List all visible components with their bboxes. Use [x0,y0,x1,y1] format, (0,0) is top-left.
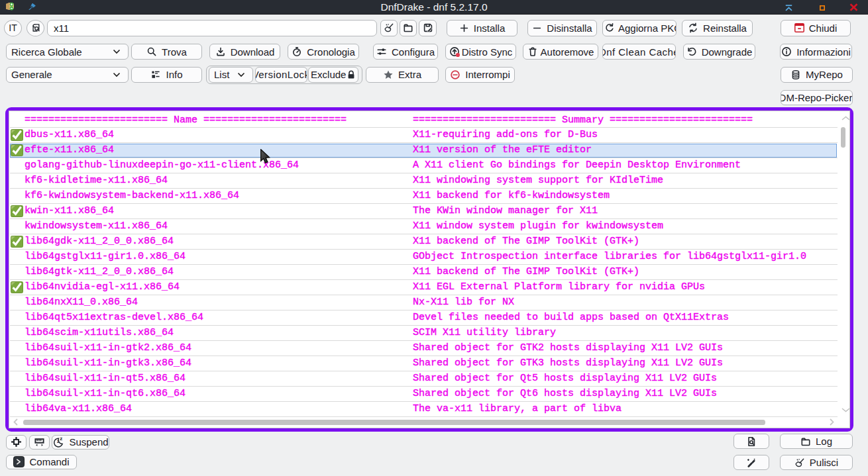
svg-text:z: z [60,436,63,442]
